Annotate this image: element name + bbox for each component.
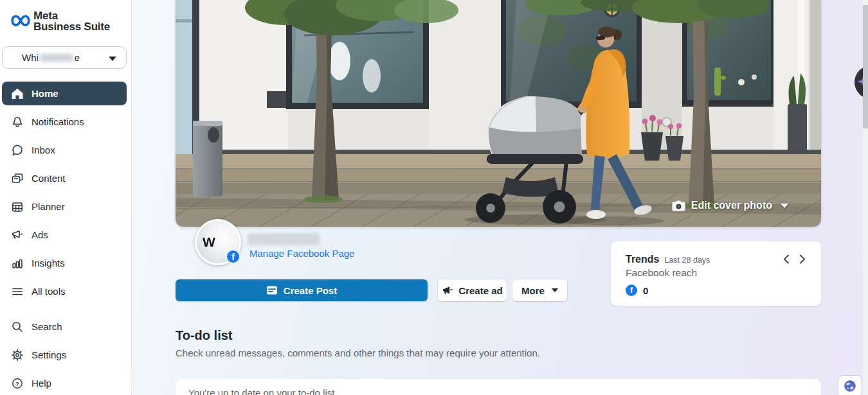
create-ad-label: Create ad (458, 285, 502, 296)
sidebar-item-inbox[interactable]: Inbox (2, 138, 127, 162)
scrollbar-thumb[interactable] (863, 5, 868, 128)
more-button[interactable]: More (512, 279, 567, 301)
svg-text:?: ? (15, 380, 19, 387)
meta-business-suite-app: { "brand": { "line1": "Meta", "line2": "… (0, 0, 868, 395)
bell-icon (11, 116, 24, 128)
chevron-right-button[interactable] (799, 254, 806, 264)
sidebar-item-notifications[interactable]: Notifications (2, 110, 127, 134)
trends-period: Last 28 days (664, 256, 710, 265)
chevron-down-icon (781, 204, 788, 208)
bar-chart-icon (11, 257, 24, 270)
create-post-label: Create Post (284, 285, 337, 296)
sidebar-item-content[interactable]: Content (2, 166, 127, 190)
edit-cover-photo-button[interactable]: Edit cover photo (672, 197, 788, 215)
megaphone-icon (442, 285, 453, 296)
calendar-icon (11, 200, 24, 213)
cover-photo[interactable]: Edit cover photo (176, 0, 821, 227)
content-cards-icon (11, 172, 24, 185)
megaphone-icon (11, 229, 24, 241)
sidebar-item-ads[interactable]: Ads (2, 223, 127, 247)
facebook-icon: f (626, 285, 637, 296)
sidebar-item-help[interactable]: ? Help (2, 371, 127, 395)
chevron-down-icon (552, 288, 558, 292)
chat-bubble-icon (11, 144, 24, 157)
trends-card: Trends Last 28 days Facebook reach f 0 (611, 241, 821, 306)
chevron-left-button[interactable] (783, 254, 790, 264)
page-selector-dropdown[interactable]: Whi e (2, 46, 127, 69)
meta-logo-icon (10, 11, 32, 28)
edit-cover-photo-label: Edit cover photo (691, 200, 772, 211)
blurred-page-title (248, 233, 320, 245)
help-icon: ? (11, 377, 24, 390)
language-globe-button[interactable] (838, 375, 862, 395)
sidebar: Meta Business Suite Whi e Home Notificat… (0, 0, 132, 395)
sidebar-item-label: Search (32, 321, 62, 332)
sidebar-item-label: Insights (32, 258, 65, 268)
create-post-button[interactable]: Create Post (176, 279, 428, 301)
todo-list-card: You're up to date on your to-do list. (176, 379, 821, 395)
scrollbar-track[interactable] (863, 0, 868, 395)
manage-facebook-page-link[interactable]: Manage Facebook Page (249, 248, 354, 259)
sidebar-item-label: Inbox (32, 145, 55, 155)
sidebar-item-label: Notifications (32, 116, 84, 127)
avatar-initial: W (203, 234, 215, 250)
sidebar-item-label: Planner (32, 201, 65, 212)
page-selector-label: Whi e (22, 52, 80, 63)
sidebar-item-home[interactable]: Home (2, 82, 127, 105)
camera-icon (672, 200, 685, 211)
brand-name-line2: Business Suite (33, 21, 110, 33)
sidebar-item-label: Home (32, 88, 59, 99)
sidebar-item-label: Ads (32, 229, 48, 240)
globe-icon (844, 380, 856, 392)
main-content-area: Edit cover photo (132, 0, 868, 395)
trends-metric-label: Facebook reach (626, 267, 806, 279)
cover-photo-illustration (176, 0, 821, 227)
sidebar-item-label: All tools (32, 286, 66, 297)
page-avatar[interactable]: W f (195, 219, 241, 265)
sidebar-item-planner[interactable]: Planner (2, 195, 127, 218)
sidebar-item-insights[interactable]: Insights (2, 251, 127, 275)
todo-list-title: To-do list (176, 328, 233, 343)
trends-title: Trends (626, 254, 659, 265)
search-icon (11, 320, 24, 333)
chevron-down-icon (109, 57, 116, 61)
todo-empty-message: You're up to date on your to-do list. (188, 387, 821, 395)
sidebar-item-label: Settings (32, 349, 66, 360)
sidebar-item-search[interactable]: Search (2, 315, 127, 338)
gear-icon (11, 349, 24, 362)
post-icon (266, 285, 278, 296)
blurred-page-name (40, 54, 73, 62)
sidebar-item-label: Content (32, 173, 66, 184)
menu-lines-icon (11, 285, 24, 298)
sidebar-item-settings[interactable]: Settings (2, 343, 127, 367)
sidebar-item-label: Help (32, 378, 51, 389)
home-icon (11, 87, 24, 100)
more-label: More (521, 285, 545, 296)
facebook-reach-value: 0 (643, 285, 648, 296)
sidebar-item-all-tools[interactable]: All tools (2, 279, 127, 303)
create-ad-button[interactable]: Create ad (438, 279, 507, 301)
todo-list-subtitle: Check unread messages, comments and othe… (176, 347, 540, 358)
facebook-badge-icon: f (226, 249, 240, 264)
